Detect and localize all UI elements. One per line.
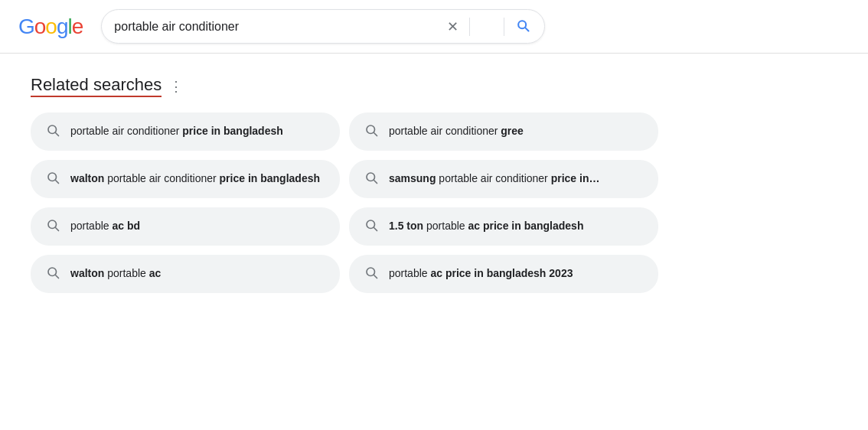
svg-line-16 [374, 228, 377, 231]
related-item-7[interactable]: walton portable ac [31, 255, 340, 293]
lens-search-button[interactable] [491, 19, 494, 34]
svg-line-20 [374, 275, 377, 279]
svg-line-8 [374, 133, 377, 136]
search-icon-4 [364, 171, 378, 187]
svg-point-19 [367, 268, 375, 276]
clear-search-button[interactable]: ✕ [445, 17, 460, 37]
header: Google portable air conditioner ✕ [0, 0, 868, 54]
svg-line-18 [56, 275, 59, 279]
section-title: Related searches [31, 75, 162, 97]
submit-search-button[interactable] [514, 16, 532, 37]
svg-line-14 [56, 228, 59, 231]
search-icons: ✕ [445, 16, 532, 37]
related-item-1[interactable]: portable air conditioner price in bangla… [31, 112, 340, 151]
google-logo[interactable]: Google [18, 15, 83, 39]
related-searches-grid: portable air conditioner price in bangla… [31, 112, 658, 293]
svg-point-7 [367, 125, 375, 134]
search-icon-8 [364, 265, 378, 282]
related-item-8[interactable]: portable ac price in bangladesh 2023 [349, 255, 658, 293]
related-item-3[interactable]: walton portable air conditioner price in… [31, 160, 340, 198]
icon-divider-2 [504, 18, 504, 36]
search-icon-2 [364, 123, 378, 140]
search-bar: portable air conditioner ✕ [101, 9, 545, 44]
related-item-5[interactable]: portable ac bd [31, 207, 340, 246]
svg-line-6 [56, 133, 59, 136]
related-item-2[interactable]: portable air conditioner gree [349, 112, 658, 151]
related-item-4[interactable]: samsung portable air conditioner price i… [349, 160, 658, 198]
search-icon [515, 18, 530, 35]
svg-line-12 [374, 181, 377, 184]
related-item-7-text: walton portable ac [70, 266, 161, 282]
search-icon-1 [46, 123, 60, 140]
voice-search-button[interactable] [479, 19, 482, 34]
svg-line-10 [56, 181, 59, 184]
related-item-4-text: samsung portable air conditioner price i… [389, 171, 599, 187]
search-icon-7 [46, 265, 60, 282]
svg-point-5 [48, 125, 57, 134]
related-item-6-text: 1.5 ton portable ac price in bangladesh [389, 219, 583, 234]
svg-point-11 [367, 173, 375, 181]
section-header: Related searches ⋮ [31, 75, 658, 97]
related-item-1-text: portable air conditioner price in bangla… [70, 124, 283, 139]
svg-point-13 [48, 220, 57, 229]
svg-point-17 [48, 268, 57, 276]
main-content: Related searches ⋮ portable air conditio… [0, 54, 689, 314]
search-icon-5 [46, 218, 60, 235]
clear-icon: ✕ [447, 18, 458, 35]
search-icon-3 [46, 171, 60, 187]
search-icon-6 [364, 218, 378, 235]
search-input[interactable]: portable air conditioner [114, 20, 436, 34]
svg-point-15 [367, 220, 375, 229]
related-item-8-text: portable ac price in bangladesh 2023 [389, 266, 573, 282]
related-item-5-text: portable ac bd [70, 219, 140, 234]
related-item-6[interactable]: 1.5 ton portable ac price in bangladesh [349, 207, 658, 246]
svg-point-9 [48, 173, 57, 181]
icon-divider [469, 18, 470, 36]
related-item-2-text: portable air conditioner gree [389, 124, 524, 139]
related-item-3-text: walton portable air conditioner price in… [70, 171, 320, 187]
more-options-icon[interactable]: ⋮ [169, 78, 183, 95]
